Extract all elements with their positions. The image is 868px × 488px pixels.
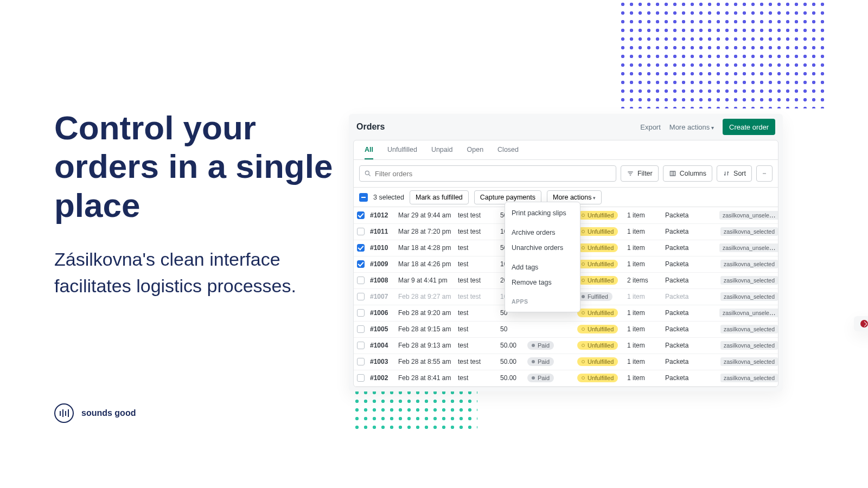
menu-item[interactable]: Add tags xyxy=(505,260,580,275)
columns-icon xyxy=(669,170,676,177)
order-total: 50.00 xyxy=(498,370,525,386)
zasilkovna-app-icon xyxy=(860,320,868,328)
columns-button[interactable]: Columns xyxy=(663,165,712,182)
table-row[interactable]: #1004Feb 28 at 9:13 amtest50.00PaidUnful… xyxy=(354,337,778,354)
row-checkbox[interactable] xyxy=(357,211,365,219)
table-row[interactable]: #1005Feb 28 at 9:15 amtest50Unfulfilled1… xyxy=(354,321,778,337)
overflow-button[interactable] xyxy=(756,165,773,182)
row-checkbox[interactable] xyxy=(357,342,365,349)
order-tag: zasilkovna_selected xyxy=(720,276,778,285)
select-all-checkbox[interactable] xyxy=(359,193,368,202)
order-date: Feb 28 at 8:41 am xyxy=(396,370,456,386)
order-tag: zasilkovna_selected xyxy=(720,357,778,366)
row-checkbox[interactable] xyxy=(357,293,365,300)
menu-item[interactable]: Remove tags xyxy=(505,275,580,290)
order-customer: test test xyxy=(456,354,498,370)
order-id: #1010 xyxy=(368,240,396,256)
order-customer: test xyxy=(456,256,498,272)
menu-item: APPS xyxy=(505,294,580,309)
payment-badge: Paid xyxy=(527,341,554,350)
subheadline: Zásilkovna's clean interface facilitates… xyxy=(54,246,336,300)
menu-item-export-zasilkovna[interactable]: Export to Zásilkovna xyxy=(854,316,868,331)
order-total: 50.00 xyxy=(498,354,525,370)
row-checkbox[interactable] xyxy=(357,260,365,268)
menu-item[interactable]: Unarchive orders xyxy=(505,240,580,255)
order-tag: zasilkovna_selected xyxy=(720,341,778,350)
order-date: Feb 28 at 8:55 am xyxy=(396,354,456,370)
order-total: 50.00 xyxy=(498,337,525,354)
order-date: Feb 28 at 9:13 am xyxy=(396,337,456,354)
order-id: #1009 xyxy=(368,256,396,272)
filter-button[interactable]: Filter xyxy=(621,165,659,182)
row-checkbox[interactable] xyxy=(357,277,365,284)
fulfillment-badge: Unfulfilled xyxy=(577,357,618,366)
create-order-button[interactable]: Create order xyxy=(723,119,775,135)
order-tag: zasilkovna_selected xyxy=(720,260,778,268)
order-total: 50 xyxy=(498,321,525,337)
fulfillment-badge: Unfulfilled xyxy=(577,276,618,285)
order-date: Mar 18 at 4:28 pm xyxy=(396,240,456,256)
fulfillment-badge: Unfulfilled xyxy=(577,325,618,333)
order-items: 1 item xyxy=(625,370,663,386)
row-checkbox[interactable] xyxy=(357,325,365,333)
row-checkbox[interactable] xyxy=(357,309,365,317)
order-delivery: Packeta xyxy=(663,337,717,354)
dots-horizontal-icon xyxy=(762,170,767,177)
order-tag: zasilkovna_unselected xyxy=(719,243,778,252)
fulfillment-badge: Unfulfilled xyxy=(577,227,618,236)
mark-fulfilled-button[interactable]: Mark as fulfilled xyxy=(410,190,469,204)
row-checkbox[interactable] xyxy=(357,244,365,252)
row-checkbox[interactable] xyxy=(357,374,365,382)
more-actions-link[interactable]: More actions xyxy=(669,123,714,131)
order-date: Mar 18 at 4:26 pm xyxy=(396,256,456,272)
tab-unpaid[interactable]: Unpaid xyxy=(431,140,453,159)
table-row[interactable]: #1003Feb 28 at 8:55 amtest test50.00Paid… xyxy=(354,354,778,370)
fulfillment-badge: Unfulfilled xyxy=(577,260,618,268)
tab-unfulfilled[interactable]: Unfulfilled xyxy=(387,140,417,159)
order-tag: zasilkovna_unselected xyxy=(719,309,778,317)
columns-label: Columns xyxy=(680,170,706,177)
tab-closed[interactable]: Closed xyxy=(497,140,519,159)
menu-item[interactable]: Print packing slips xyxy=(505,206,580,221)
brand-name: sounds good xyxy=(81,408,136,418)
order-id: #1007 xyxy=(368,288,396,305)
order-date: Mar 28 at 7:20 pm xyxy=(396,223,456,240)
tab-all[interactable]: All xyxy=(365,140,373,159)
order-delivery: Packeta xyxy=(663,272,717,288)
headline: Control your orders in a single place xyxy=(54,108,336,224)
fulfillment-badge: Unfulfilled xyxy=(577,211,618,220)
row-checkbox[interactable] xyxy=(357,228,365,235)
order-tag: zasilkovna_selected xyxy=(720,374,778,382)
order-date: Feb 28 at 9:20 am xyxy=(396,305,456,321)
search-input[interactable] xyxy=(375,170,611,178)
order-items: 1 item xyxy=(625,207,663,223)
fulfillment-badge: Unfulfilled xyxy=(577,374,618,382)
order-items: 1 item xyxy=(625,256,663,272)
tab-open[interactable]: Open xyxy=(467,140,484,159)
order-id: #1012 xyxy=(368,207,396,223)
order-customer: test test xyxy=(456,288,498,305)
decorative-dots-purple xyxy=(618,0,825,108)
order-id: #1002 xyxy=(368,370,396,386)
search-input-wrapper[interactable] xyxy=(359,165,616,182)
order-customer: test test xyxy=(456,272,498,288)
order-customer: test test xyxy=(456,207,498,223)
order-id: #1004 xyxy=(368,337,396,354)
order-delivery: Packeta xyxy=(663,240,717,256)
menu-item[interactable]: Archive orders xyxy=(505,225,580,240)
fulfillment-badge: Unfulfilled xyxy=(577,341,618,350)
order-items: 2 items xyxy=(625,272,663,288)
selected-count: 3 selected xyxy=(373,194,404,201)
page-title: Orders xyxy=(356,122,385,132)
brand-logo-icon xyxy=(54,403,74,423)
svg-point-0 xyxy=(365,171,369,175)
order-date: Feb 28 at 9:27 am xyxy=(396,288,456,305)
table-row[interactable]: #1002Feb 28 at 8:41 amtest50.00PaidUnful… xyxy=(354,370,778,386)
sort-button[interactable]: Sort xyxy=(717,165,752,182)
order-tag: zasilkovna_unselected xyxy=(719,211,778,220)
order-items: 1 item xyxy=(625,240,663,256)
row-checkbox[interactable] xyxy=(357,358,365,365)
export-link[interactable]: Export xyxy=(640,123,661,131)
payment-badge: Paid xyxy=(527,374,554,382)
order-delivery: Packeta xyxy=(663,288,717,305)
